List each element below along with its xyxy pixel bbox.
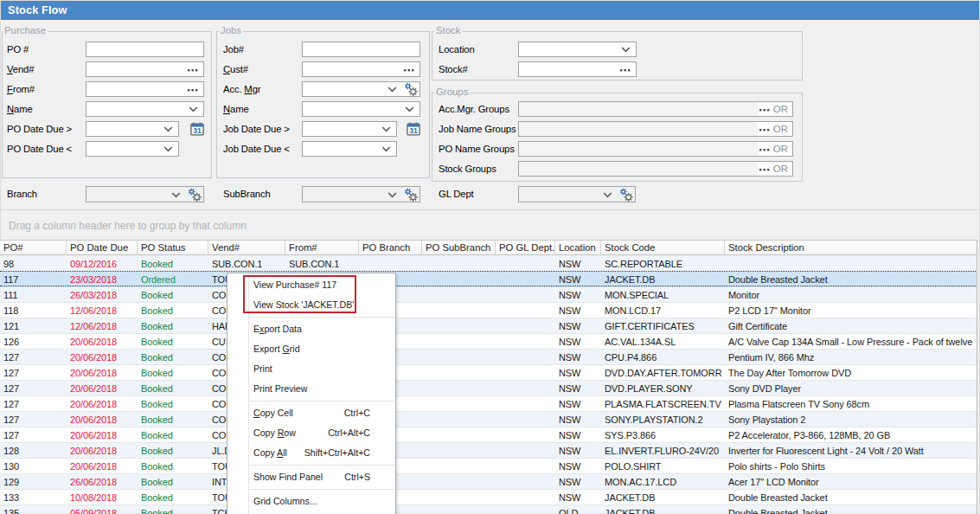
svg-text:31: 31 [193, 126, 202, 135]
svg-text:31: 31 [409, 126, 418, 135]
